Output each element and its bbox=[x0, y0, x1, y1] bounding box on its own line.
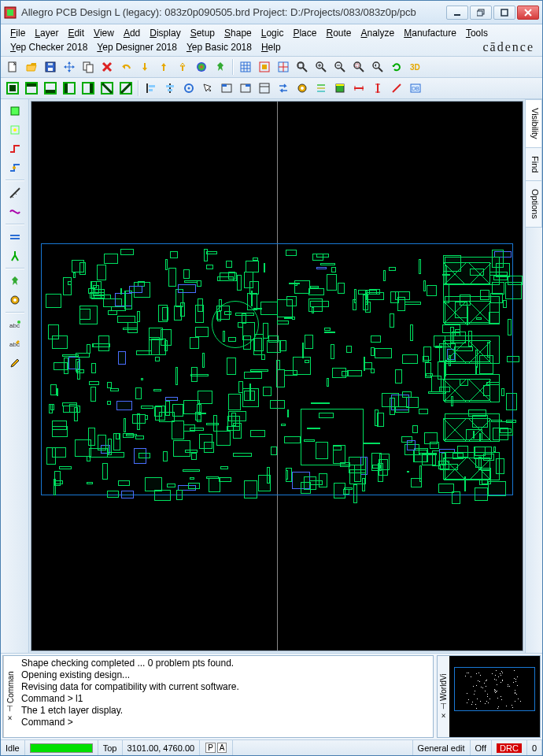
split-button[interactable] bbox=[6, 247, 24, 265]
minimize-button[interactable] bbox=[446, 6, 468, 20]
tab-options[interactable]: Options bbox=[526, 180, 542, 228]
grid-button[interactable] bbox=[237, 58, 254, 76]
menu-manufacture[interactable]: Manufacture bbox=[399, 26, 461, 40]
cross-probe-button[interactable] bbox=[275, 58, 292, 76]
console-output[interactable]: Shape checking completed ... 0 problem p… bbox=[17, 656, 433, 737]
tab-left-button[interactable] bbox=[218, 80, 235, 97]
dim-h-button[interactable] bbox=[350, 80, 368, 97]
menu-edit[interactable]: Edit bbox=[63, 26, 89, 40]
highlight-button[interactable] bbox=[256, 58, 273, 76]
menu-layer[interactable]: Layer bbox=[30, 26, 63, 40]
menu-add[interactable]: Add bbox=[119, 26, 145, 40]
worldview-tab-label[interactable]: × ⊣ WorldVi bbox=[438, 656, 449, 737]
drc-badge[interactable]: DRC bbox=[497, 743, 522, 753]
3d-view-icon: 3D bbox=[409, 61, 422, 73]
place-button[interactable] bbox=[6, 102, 24, 120]
text-abc-edit-button[interactable]: abc bbox=[6, 335, 24, 353]
svg-rect-60 bbox=[149, 85, 155, 87]
console-close-icon[interactable]: × bbox=[6, 713, 15, 722]
edit-pen-button[interactable] bbox=[6, 354, 24, 372]
restore-button[interactable] bbox=[470, 6, 492, 20]
panel-button[interactable] bbox=[256, 80, 273, 97]
3d-view-button[interactable]: 3D bbox=[407, 58, 424, 76]
dim-v-button[interactable] bbox=[369, 80, 386, 97]
open-button[interactable] bbox=[23, 58, 40, 76]
redo-hollow-button[interactable] bbox=[174, 58, 191, 76]
menu-route[interactable]: Route bbox=[321, 26, 356, 40]
layer-top-button[interactable] bbox=[23, 80, 40, 97]
menu-tools[interactable]: Tools bbox=[461, 26, 493, 40]
layer-all-button[interactable] bbox=[4, 80, 21, 97]
menu-yep-checker-2018[interactable]: Yep Checker 2018 bbox=[6, 40, 92, 54]
menu-help[interactable]: Help bbox=[257, 40, 286, 54]
zoom-fit-button[interactable] bbox=[294, 58, 311, 76]
svg-text:DB: DB bbox=[412, 86, 419, 91]
design-canvas[interactable] bbox=[31, 101, 523, 651]
text-abc-button[interactable]: abc bbox=[6, 317, 24, 334]
delete-button[interactable] bbox=[98, 58, 116, 76]
tab-right-button[interactable] bbox=[237, 80, 254, 97]
zoom-window-button[interactable] bbox=[350, 58, 368, 76]
menu-shape[interactable]: Shape bbox=[220, 26, 257, 40]
via-button[interactable] bbox=[6, 291, 24, 309]
menu-file[interactable]: File bbox=[6, 26, 30, 40]
pin-icon bbox=[214, 61, 227, 73]
zoom-in-button[interactable] bbox=[312, 58, 330, 76]
zoom-out-button[interactable] bbox=[331, 58, 349, 76]
save-button[interactable] bbox=[42, 58, 59, 76]
menu-setup[interactable]: Setup bbox=[186, 26, 220, 40]
color-button[interactable] bbox=[193, 58, 210, 76]
status-a-button[interactable]: A bbox=[217, 743, 227, 753]
new-button[interactable] bbox=[4, 58, 21, 76]
undo-button[interactable] bbox=[117, 58, 135, 76]
dim-diag-icon bbox=[390, 82, 403, 94]
measure-button[interactable] bbox=[6, 184, 24, 202]
menu-yep-basic-2018[interactable]: Yep Basic 2018 bbox=[182, 40, 257, 54]
zoom-prev-button[interactable] bbox=[369, 58, 386, 76]
redo-down-button[interactable] bbox=[136, 58, 153, 76]
worldview-canvas[interactable] bbox=[449, 656, 540, 737]
route-edit-button[interactable] bbox=[6, 159, 24, 176]
tline-button[interactable] bbox=[6, 203, 24, 220]
layer-1-button[interactable] bbox=[98, 80, 116, 97]
stackup-button[interactable] bbox=[312, 80, 330, 97]
via-button[interactable] bbox=[294, 80, 311, 97]
menu-place[interactable]: Place bbox=[288, 26, 321, 40]
refresh-button[interactable] bbox=[388, 58, 405, 76]
copy-tool-button[interactable] bbox=[79, 58, 97, 76]
pin-button[interactable] bbox=[6, 272, 24, 290]
menu-logic[interactable]: Logic bbox=[257, 26, 289, 40]
align-left-button[interactable] bbox=[142, 80, 160, 97]
tab-visibility[interactable]: Visibility bbox=[526, 99, 542, 148]
console-pin-icon[interactable]: ⊣ bbox=[6, 705, 15, 712]
film-button[interactable] bbox=[331, 80, 349, 97]
swap-button[interactable] bbox=[275, 80, 292, 97]
odb-button[interactable]: DB bbox=[407, 80, 424, 97]
menu-analyze[interactable]: Analyze bbox=[356, 26, 400, 40]
tab-find[interactable]: Find bbox=[526, 147, 542, 181]
move-tool-button[interactable] bbox=[61, 58, 78, 76]
layer-pwr-button[interactable] bbox=[79, 80, 97, 97]
status-p-button[interactable]: P bbox=[205, 743, 216, 753]
layer-gnd-button[interactable] bbox=[61, 80, 78, 97]
menu-view[interactable]: View bbox=[89, 26, 119, 40]
select-button[interactable] bbox=[199, 80, 216, 97]
redo-up-button[interactable] bbox=[155, 58, 172, 76]
maximize-button[interactable] bbox=[493, 6, 515, 20]
svg-rect-75 bbox=[317, 84, 325, 86]
worldview-pin-icon[interactable]: ⊣ bbox=[439, 702, 448, 710]
diffpair-button[interactable] bbox=[6, 228, 24, 246]
place-manual-button[interactable] bbox=[6, 121, 24, 139]
menu-yep-designer-2018[interactable]: Yep Designer 2018 bbox=[92, 40, 182, 54]
dim-diag-button[interactable] bbox=[388, 80, 405, 97]
route-button[interactable] bbox=[6, 140, 24, 158]
console-tab-label[interactable]: × ⊣ Comman bbox=[3, 656, 17, 737]
layer-bot-button[interactable] bbox=[42, 80, 59, 97]
align-center-h-button[interactable] bbox=[161, 80, 179, 97]
align-right-button[interactable] bbox=[180, 80, 198, 97]
menu-display[interactable]: Display bbox=[145, 26, 185, 40]
layer-2-button[interactable] bbox=[117, 80, 135, 97]
close-button[interactable] bbox=[517, 6, 539, 20]
pin-button[interactable] bbox=[212, 58, 229, 76]
worldview-close-icon[interactable]: × bbox=[439, 711, 448, 720]
